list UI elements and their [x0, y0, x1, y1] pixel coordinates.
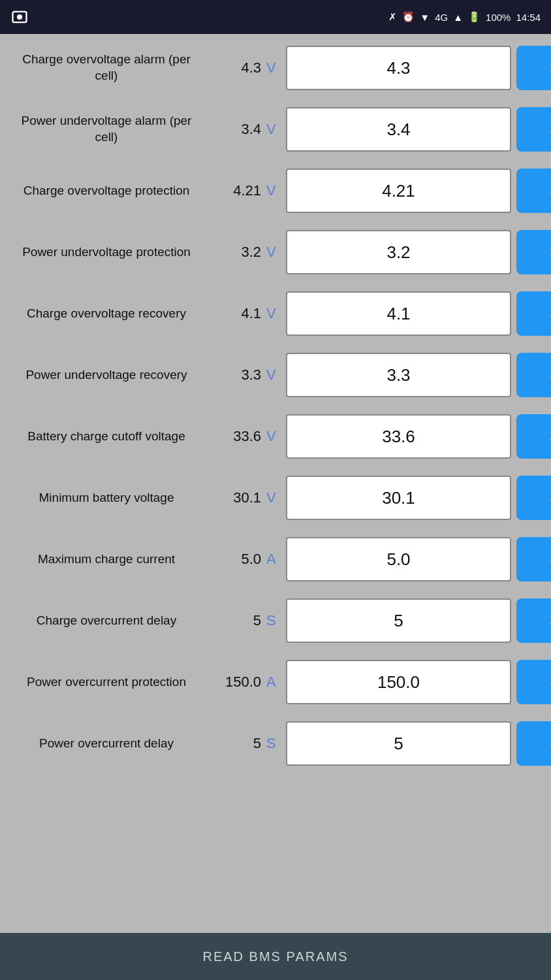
param-unit-charge-overvoltage-recovery: V	[265, 305, 283, 322]
param-unit-charge-overvoltage-protection: V	[265, 182, 283, 199]
param-unit-maximum-charge-current: A	[265, 551, 283, 568]
param-input-charge-overvoltage-protection[interactable]	[286, 169, 511, 213]
param-row-charge-overcurrent-delay: Charge overcurrent delay5SSET	[5, 592, 546, 649]
param-input-power-undervoltage-recovery[interactable]	[286, 353, 511, 397]
param-label-charge-overvoltage-recovery: Charge overvoltage recovery	[5, 303, 208, 325]
param-input-power-overcurrent-delay[interactable]	[286, 721, 511, 766]
param-unit-power-overcurrent-delay: S	[265, 735, 283, 752]
param-value-maximum-charge-current: 5.0	[210, 551, 262, 568]
svg-point-1	[17, 14, 22, 20]
param-label-battery-charge-cutoff-voltage: Battery charge cutoff voltage	[5, 426, 208, 448]
param-row-charge-overvoltage-protection: Charge overvoltage protection4.21VSET	[5, 162, 546, 220]
param-input-power-undervoltage-alarm[interactable]	[286, 107, 511, 152]
battery-icon: 🔋	[468, 11, 480, 23]
param-label-charge-overvoltage-alarm: Charge overvoltage alarm (per cell)	[5, 49, 208, 86]
param-set-btn-power-undervoltage-protection[interactable]: SET	[516, 230, 551, 274]
param-label-minimum-battery-voltage: Minimum battery voltage	[5, 487, 208, 509]
param-input-minimum-battery-voltage[interactable]	[286, 476, 511, 520]
param-unit-minimum-battery-voltage: V	[265, 489, 283, 506]
param-label-power-overcurrent-delay: Power overcurrent delay	[5, 733, 208, 755]
param-set-btn-power-undervoltage-alarm[interactable]: SET	[516, 107, 551, 152]
param-label-power-undervoltage-recovery: Power undervoltage recovery	[5, 365, 208, 386]
param-set-btn-charge-overcurrent-delay[interactable]: SET	[516, 598, 551, 643]
param-row-power-overcurrent-delay: Power overcurrent delay5SSET	[5, 715, 546, 772]
main-content: Charge overvoltage alarm (per cell)4.3VS…	[0, 34, 551, 933]
status-bar-right: ✗ ⏰ ▼ 4G ▲ 🔋 100% 14:54	[388, 11, 541, 23]
bluetooth-icon: ✗	[388, 11, 397, 23]
param-row-power-undervoltage-recovery: Power undervoltage recovery3.3VSET	[5, 346, 546, 404]
param-set-btn-charge-overvoltage-alarm[interactable]: SET	[516, 46, 551, 90]
param-unit-power-undervoltage-recovery: V	[265, 367, 283, 384]
param-value-charge-overcurrent-delay: 5	[210, 612, 262, 629]
camera-icon	[10, 8, 29, 26]
read-bms-button[interactable]: READ BMS PARAMS	[0, 933, 551, 980]
param-label-power-overcurrent-protection: Power overcurrent protection	[5, 672, 208, 693]
param-value-battery-charge-cutoff-voltage: 33.6	[210, 428, 262, 445]
param-label-charge-overcurrent-delay: Charge overcurrent delay	[5, 610, 208, 632]
param-unit-power-overcurrent-protection: A	[265, 674, 283, 691]
wifi-icon: ▼	[420, 12, 430, 23]
param-input-battery-charge-cutoff-voltage[interactable]	[286, 414, 511, 459]
param-value-power-overcurrent-delay: 5	[210, 735, 262, 752]
network-label: 4G	[435, 12, 448, 23]
param-row-maximum-charge-current: Maximum charge current5.0ASET	[5, 531, 546, 588]
param-label-power-undervoltage-alarm: Power undervoltage alarm (per cell)	[5, 110, 208, 148]
param-value-power-overcurrent-protection: 150.0	[210, 674, 262, 691]
param-input-charge-overvoltage-recovery[interactable]	[286, 291, 511, 336]
param-value-power-undervoltage-alarm: 3.4	[210, 121, 262, 138]
param-row-power-undervoltage-protection: Power undervoltage protection3.2VSET	[5, 223, 546, 281]
param-unit-charge-overcurrent-delay: S	[265, 612, 283, 629]
param-row-charge-overvoltage-recovery: Charge overvoltage recovery4.1VSET	[5, 285, 546, 342]
param-row-battery-charge-cutoff-voltage: Battery charge cutoff voltage33.6VSET	[5, 408, 546, 465]
param-value-power-undervoltage-recovery: 3.3	[210, 367, 262, 384]
param-input-power-undervoltage-protection[interactable]	[286, 230, 511, 274]
alarm-icon: ⏰	[402, 11, 415, 23]
param-label-maximum-charge-current: Maximum charge current	[5, 549, 208, 570]
time-display: 14:54	[516, 12, 541, 23]
param-row-minimum-battery-voltage: Minimum battery voltage30.1VSET	[5, 469, 546, 527]
param-input-maximum-charge-current[interactable]	[286, 537, 511, 581]
param-row-power-overcurrent-protection: Power overcurrent protection150.0ASET	[5, 653, 546, 711]
param-value-power-undervoltage-protection: 3.2	[210, 244, 262, 261]
signal-icon: ▲	[453, 12, 463, 23]
status-bar-left	[10, 8, 29, 26]
param-set-btn-battery-charge-cutoff-voltage[interactable]: SET	[516, 414, 551, 459]
param-label-power-undervoltage-protection: Power undervoltage protection	[5, 242, 208, 263]
status-bar: ✗ ⏰ ▼ 4G ▲ 🔋 100% 14:54	[0, 0, 551, 34]
param-input-charge-overcurrent-delay[interactable]	[286, 598, 511, 643]
param-input-charge-overvoltage-alarm[interactable]	[286, 46, 511, 90]
param-value-charge-overvoltage-protection: 4.21	[210, 182, 262, 199]
read-bms-label: READ BMS PARAMS	[203, 949, 349, 964]
param-set-btn-minimum-battery-voltage[interactable]: SET	[516, 476, 551, 520]
param-unit-battery-charge-cutoff-voltage: V	[265, 428, 283, 445]
param-value-charge-overvoltage-alarm: 4.3	[210, 59, 262, 76]
param-row-charge-overvoltage-alarm: Charge overvoltage alarm (per cell)4.3VS…	[5, 39, 546, 97]
param-set-btn-power-overcurrent-delay[interactable]: SET	[516, 721, 551, 766]
param-value-charge-overvoltage-recovery: 4.1	[210, 305, 262, 322]
param-input-power-overcurrent-protection[interactable]	[286, 660, 511, 704]
param-label-charge-overvoltage-protection: Charge overvoltage protection	[5, 180, 208, 202]
param-set-btn-charge-overvoltage-recovery[interactable]: SET	[516, 291, 551, 336]
param-unit-power-undervoltage-alarm: V	[265, 121, 283, 138]
param-set-btn-power-overcurrent-protection[interactable]: SET	[516, 660, 551, 704]
param-unit-charge-overvoltage-alarm: V	[265, 59, 283, 76]
param-set-btn-power-undervoltage-recovery[interactable]: SET	[516, 353, 551, 397]
param-set-btn-maximum-charge-current[interactable]: SET	[516, 537, 551, 581]
battery-percent: 100%	[486, 12, 511, 23]
param-unit-power-undervoltage-protection: V	[265, 244, 283, 261]
param-set-btn-charge-overvoltage-protection[interactable]: SET	[516, 169, 551, 213]
param-value-minimum-battery-voltage: 30.1	[210, 489, 262, 506]
param-row-power-undervoltage-alarm: Power undervoltage alarm (per cell)3.4VS…	[5, 101, 546, 158]
